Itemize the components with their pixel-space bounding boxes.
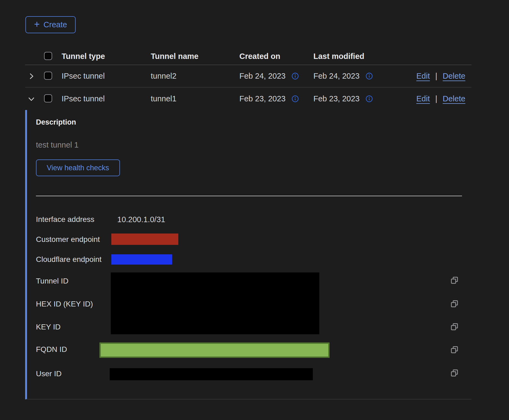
copy-key-id-icon[interactable] [450, 322, 459, 331]
info-icon[interactable] [292, 72, 299, 80]
action-separator: | [435, 72, 437, 81]
table-header-row: Tunnel type Tunnel name Created on Last … [25, 48, 471, 65]
tunnel-id-group-redacted-value [111, 272, 319, 334]
create-button-label: Create [43, 20, 67, 29]
info-icon[interactable] [366, 95, 373, 102]
last-modified-cell: Feb 23, 2023 [313, 94, 360, 103]
select-row-checkbox[interactable] [44, 94, 52, 102]
create-button[interactable]: + Create [25, 16, 76, 33]
fqdn-id-redacted-value [99, 342, 330, 358]
collapse-chevron-down-icon[interactable] [27, 95, 35, 103]
info-icon[interactable] [366, 72, 373, 80]
header-last-modified: Last modified [313, 52, 416, 61]
select-row-checkbox[interactable] [44, 72, 52, 80]
copy-user-id-icon[interactable] [450, 369, 459, 377]
tunnels-table: Tunnel type Tunnel name Created on Last … [25, 48, 471, 110]
user-id-label: User ID [36, 369, 62, 378]
delete-link[interactable]: Delete [443, 94, 466, 103]
tunnels-page: + Create Tunnel type Tunnel name Created… [0, 0, 509, 420]
cloudflare-endpoint-redacted-value [111, 254, 172, 265]
copy-hex-id-icon[interactable] [450, 299, 459, 308]
delete-link[interactable]: Delete [443, 72, 466, 81]
tunnel-name-cell: tunnel2 [151, 72, 239, 81]
tunnel-detail-panel: Description test tunnel 1 View health ch… [25, 110, 471, 399]
view-health-checks-button[interactable]: View health checks [36, 159, 120, 176]
header-tunnel-name: Tunnel name [151, 52, 239, 61]
tunnel-name-cell: tunnel1 [151, 94, 239, 103]
customer-endpoint-label: Customer endpoint [36, 235, 100, 244]
table-row: IPsec tunnel tunnel2 Feb 24, 2023 Feb 24… [25, 65, 471, 88]
copy-tunnel-id-icon[interactable] [450, 276, 459, 285]
interface-address-value: 10.200.1.0/31 [117, 215, 165, 224]
edit-link[interactable]: Edit [416, 94, 430, 103]
created-on-cell: Feb 24, 2023 [239, 72, 286, 81]
table-row: IPsec tunnel tunnel1 Feb 23, 2023 Feb 23… [25, 88, 471, 110]
description-label: Description [36, 118, 76, 126]
select-all-checkbox[interactable] [44, 52, 52, 60]
tunnel-type-cell: IPsec tunnel [62, 94, 151, 103]
tunnel-id-label: Tunnel ID [36, 276, 68, 286]
customer-endpoint-redacted-value [111, 234, 178, 245]
edit-link[interactable]: Edit [416, 72, 430, 81]
description-value: test tunnel 1 [36, 141, 79, 149]
header-created-on: Created on [239, 52, 313, 61]
plus-icon: + [34, 19, 40, 29]
interface-address-label: Interface address [36, 215, 94, 224]
fqdn-id-label: FQDN ID [36, 345, 67, 354]
header-tunnel-type: Tunnel type [62, 52, 151, 61]
expand-chevron-right-icon[interactable] [27, 72, 35, 80]
action-separator: | [435, 94, 437, 103]
section-divider [36, 196, 462, 196]
created-on-cell: Feb 23, 2023 [239, 94, 286, 103]
info-icon[interactable] [292, 95, 299, 102]
key-id-label: KEY ID [36, 322, 61, 332]
user-id-redacted-value [110, 368, 313, 380]
hex-id-label: HEX ID (KEY ID) [36, 299, 93, 309]
tunnel-type-cell: IPsec tunnel [62, 72, 151, 81]
last-modified-cell: Feb 24, 2023 [313, 72, 360, 81]
copy-fqdn-id-icon[interactable] [450, 345, 459, 354]
cloudflare-endpoint-label: Cloudflare endpoint [36, 255, 102, 264]
